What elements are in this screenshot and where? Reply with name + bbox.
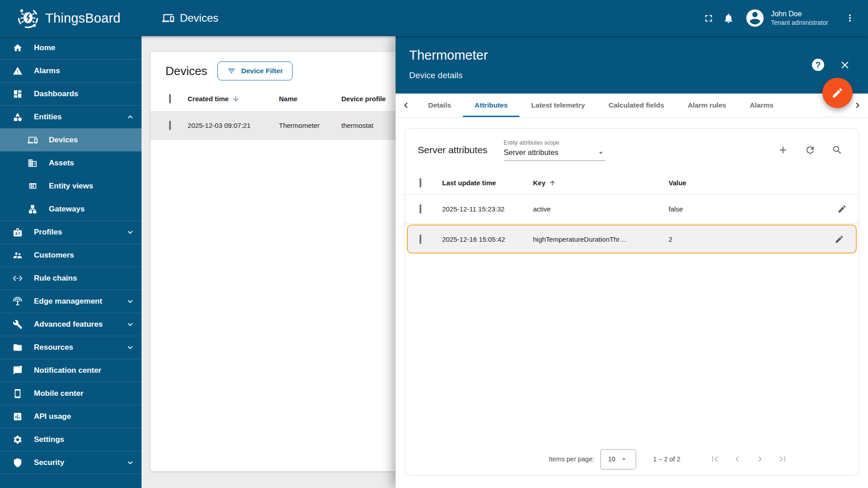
attribute-key: highTemperatureDurationThr… [533,235,669,243]
sidebar-item-rule-chains[interactable]: Rule chains [0,267,142,290]
attributes-table-header: Last update time Key Value [405,171,859,195]
sidebar-item-settings[interactable]: Settings [0,428,142,451]
panel-tab-bar: Details Attributes Latest telemetry Calc… [396,94,868,117]
chevron-left-icon [732,454,743,465]
tab-details[interactable]: Details [416,94,463,117]
select-all-attributes-checkbox[interactable] [420,178,421,188]
pencil-icon [837,204,847,214]
tab-attributes[interactable]: Attributes [463,94,519,117]
tabs-scroll-left-button[interactable] [396,94,416,117]
user-avatar[interactable] [745,8,765,28]
attributes-actions [774,141,846,159]
tab-calculated-fields[interactable]: Calculated fields [597,94,676,117]
items-per-page-select[interactable]: 10 [600,449,636,469]
sidebar-item-edge-management[interactable]: Edge management [0,290,142,313]
device-name: Thermometer [279,122,341,129]
search-button[interactable] [829,141,846,159]
sort-desc-icon [232,95,240,103]
row-checkbox[interactable] [420,235,421,244]
attribute-row-high-temperature-duration-threshold[interactable]: 2025-12-16 15:05:42 highTemperatureDurat… [407,225,857,253]
column-header-key[interactable]: Key [533,179,669,187]
entity-attributes-scope-select[interactable]: Entity attributes scope Server attribute… [504,140,605,161]
panel-title: Thermometer [409,48,868,63]
column-header-last-update-time[interactable]: Last update time [442,179,533,187]
add-attribute-button[interactable] [774,141,792,159]
edge-management-icon [13,296,23,306]
sidebar-item-api-usage[interactable]: API usage [0,405,142,428]
attributes-paginator: Items per page: 10 1 – 2 of 2 [405,443,859,475]
sidebar-item-devices[interactable]: Devices [0,128,142,151]
sidebar-item-customers[interactable]: Customers [0,244,142,267]
sidebar-item-home[interactable]: Home [0,36,142,59]
sidebar-item-security[interactable]: Security [0,451,142,474]
notification-center-icon [13,366,23,375]
refresh-button[interactable] [802,141,819,159]
first-page-button[interactable] [706,450,724,468]
sidebar-item-entity-views[interactable]: Entity views [0,174,142,197]
column-header-name[interactable]: Name [279,95,341,103]
advanced-features-icon [13,319,23,329]
scope-value: Server attributes [504,148,558,157]
help-button[interactable]: ? [812,59,824,71]
dashboard-icon [13,89,23,99]
device-details-panel: Thermometer Device details ? Details Att… [396,36,868,488]
fullscreen-icon [703,13,714,24]
previous-page-button[interactable] [728,450,746,468]
top-bar: ThingsBoard Devices John Doe Tenant admi… [0,0,868,36]
tab-latest-telemetry[interactable]: Latest telemetry [519,94,597,117]
smartphone-icon [13,389,23,399]
select-all-checkbox[interactable] [169,94,171,103]
row-checkbox[interactable] [169,121,171,130]
bell-icon [723,13,734,24]
edit-attribute-button[interactable] [835,235,844,244]
sidebar-item-dashboards[interactable]: Dashboards [0,82,142,105]
sidebar-item-advanced-features[interactable]: Advanced features [0,313,142,336]
server-attributes-card: Server attributes Entity attributes scop… [405,128,859,476]
next-page-button[interactable] [751,450,769,468]
scope-label: Entity attributes scope [504,140,605,146]
chevron-down-icon [125,227,135,237]
assets-icon [28,158,38,168]
user-info[interactable]: John Doe Tenant administrator [771,9,828,27]
pencil-icon [835,235,844,244]
close-icon[interactable] [839,59,851,71]
sidebar-item-resources[interactable]: Resources [0,336,142,359]
column-header-value[interactable]: Value [669,179,833,187]
api-usage-icon [13,412,23,422]
tab-alarms[interactable]: Alarms [738,94,785,117]
more-menu-button[interactable] [840,8,860,28]
notifications-button[interactable] [718,8,738,28]
kebab-menu-icon [844,13,855,23]
account-circle-icon [745,8,765,28]
thingsboard-logo[interactable]: ThingsBoard [0,6,121,30]
panel-header: Thermometer Device details ? [396,36,868,94]
last-page-button[interactable] [774,450,792,468]
gateways-icon [28,204,38,214]
device-filter-button[interactable]: Device Filter [217,61,292,80]
edit-attribute-button[interactable] [837,204,847,214]
home-icon [13,43,23,53]
sidebar-item-assets[interactable]: Assets [0,151,142,174]
chevron-down-icon [125,296,135,306]
fullscreen-button[interactable] [698,8,718,28]
sidebar-item-alarms[interactable]: Alarms [0,59,142,82]
chevron-right-icon [852,100,863,111]
last-page-icon [777,454,788,465]
row-checkbox[interactable] [420,204,421,214]
attribute-last-update-time: 2025-12-16 15:05:42 [442,235,533,243]
sidebar-item-mobile-center[interactable]: Mobile center [0,382,142,405]
sidebar-item-profiles[interactable]: Profiles [0,221,142,244]
edit-device-fab[interactable] [822,78,853,108]
attributes-title: Server attributes [418,145,487,155]
sidebar-item-gateways[interactable]: Gateways [0,197,142,221]
chevron-left-icon [401,100,411,111]
tab-alarm-rules[interactable]: Alarm rules [676,94,738,117]
column-header-created-time[interactable]: Created time [188,95,279,103]
sidebar-item-entities[interactable]: Entities [0,105,142,128]
chevron-down-icon [125,319,135,329]
chevron-down-icon [125,458,135,468]
attribute-row-active[interactable]: 2025-12-11 15:23:32 active false [405,195,859,224]
panel-body: Server attributes Entity attributes scop… [396,117,868,488]
page-title: Devices [180,12,218,24]
sidebar-item-notification-center[interactable]: Notification center [0,359,142,382]
